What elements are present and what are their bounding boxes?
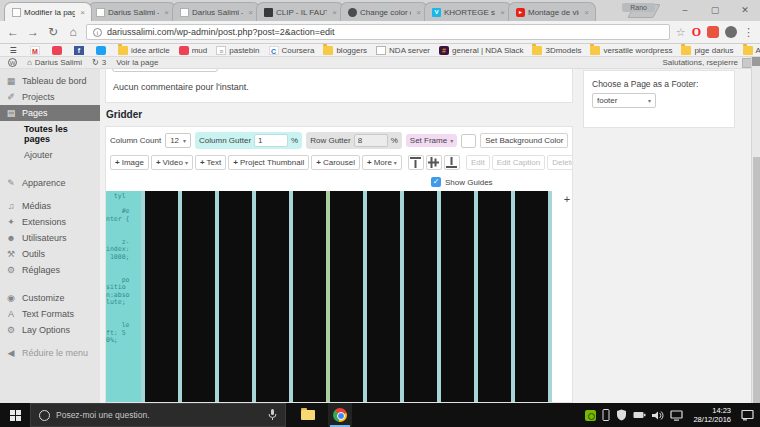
close-button[interactable]: ✕: [730, 0, 760, 20]
edit-action-button[interactable]: Delete: [547, 155, 573, 170]
bookmark-item[interactable]: [8, 46, 21, 55]
bookmark-item[interactable]: [30, 46, 43, 55]
grid-column-cell[interactable]: [441, 191, 474, 403]
bookmark-item[interactable]: [52, 46, 65, 55]
sidebar-item[interactable]: Utilisateurs: [0, 230, 100, 246]
sidebar-item[interactable]: Apparence: [0, 175, 100, 191]
add-element-button[interactable]: Text: [195, 155, 226, 170]
start-button[interactable]: [0, 403, 30, 427]
site-name-menu[interactable]: ⌂ Darius Salimi: [27, 58, 82, 67]
back-icon[interactable]: ←: [6, 25, 20, 39]
grid-column-cell[interactable]: [404, 191, 437, 403]
address-bar[interactable]: i dariussalimi.com/wp-admin/post.php?pos…: [86, 24, 670, 40]
cortana-search[interactable]: Posez-moi une question.: [30, 403, 286, 427]
bookmark-item[interactable]: 3Dmodels: [532, 45, 581, 55]
network-tray-icon[interactable]: [670, 410, 683, 421]
add-element-button[interactable]: Carousel: [311, 155, 360, 170]
grid-column-cell[interactable]: [293, 191, 326, 403]
grid-column-cell[interactable]: [367, 191, 400, 403]
tab-close-icon[interactable]: [498, 8, 507, 17]
bookmark-item[interactable]: bloggers: [323, 45, 367, 55]
browser-profile-chip[interactable]: Rano: [622, 3, 655, 12]
column-count-select[interactable]: 12: [165, 133, 191, 148]
page-scrollbar[interactable]: [751, 57, 760, 403]
volume-tray-icon[interactable]: [652, 410, 664, 421]
grid-column-cell[interactable]: [145, 191, 178, 403]
bookmark-item[interactable]: general | NDA Slack: [439, 46, 523, 55]
sidebar-item[interactable]: Text Formats: [0, 306, 100, 322]
scrollbar-thumb[interactable]: [753, 157, 760, 403]
grid-code-cell[interactable]: tyl #e nter { z- index: 1000; po sitio n…: [106, 191, 141, 403]
sidebar-item[interactable]: Pages: [0, 105, 100, 121]
set-background-color-button[interactable]: Set Background Color: [480, 133, 568, 148]
defender-tray-icon[interactable]: [616, 409, 627, 421]
phone-tray-icon[interactable]: [602, 409, 610, 421]
battery-tray-icon[interactable]: [633, 410, 646, 420]
add-element-button[interactable]: Video: [151, 155, 193, 170]
sidebar-item[interactable]: Réglages: [0, 262, 100, 278]
add-element-button[interactable]: More: [362, 155, 402, 170]
valign-top-button[interactable]: [408, 155, 424, 170]
set-frame-dropdown[interactable]: Set Frame: [406, 134, 457, 147]
browser-tab[interactable]: Darius Salimi — M: [172, 2, 260, 21]
row-gutter-input[interactable]: [354, 134, 388, 147]
sidebar-item[interactable]: Tableau de bord: [0, 73, 100, 89]
background-color-swatch[interactable]: [461, 134, 476, 148]
sidebar-item[interactable]: Médias: [0, 198, 100, 214]
tab-close-icon[interactable]: [246, 8, 255, 17]
bookmark-item[interactable]: [96, 46, 109, 55]
microphone-icon[interactable]: [268, 409, 277, 421]
sidebar-item[interactable]: Réduire le menu: [0, 345, 100, 361]
add-cell-button[interactable]: +: [559, 192, 573, 207]
extension-icon[interactable]: [707, 26, 719, 38]
grid-column-cell[interactable]: [256, 191, 289, 403]
grid-column-cell[interactable]: [478, 191, 511, 403]
browser-tab[interactable]: Change color of S: [340, 2, 428, 21]
sidebar-item[interactable]: Lay Options: [0, 322, 100, 338]
add-element-button[interactable]: Project Thumbnail: [228, 155, 309, 170]
sidebar-item[interactable]: Outils: [0, 246, 100, 262]
other-bookmarks[interactable]: Autres favoris: [743, 45, 760, 55]
bookmark-item[interactable]: NDA server: [376, 46, 430, 55]
grid-column-cell[interactable]: [219, 191, 252, 403]
grid-column-cell[interactable]: [182, 191, 215, 403]
taskbar-clock[interactable]: 14:23 28/12/2016: [689, 406, 735, 424]
extension-circle-icon[interactable]: [725, 26, 737, 38]
tab-close-icon[interactable]: [414, 8, 423, 17]
sidebar-item[interactable]: Customize: [0, 290, 100, 306]
grid-column-cell[interactable]: [330, 191, 363, 403]
scroll-up-arrow[interactable]: [752, 57, 760, 66]
action-center-icon[interactable]: [741, 409, 754, 421]
bookmark-item[interactable]: Coursera: [269, 46, 315, 55]
add-element-button[interactable]: Image: [110, 155, 149, 170]
nvidia-tray-icon[interactable]: [585, 410, 596, 421]
bookmark-item[interactable]: pige darius: [681, 45, 733, 55]
valign-bottom-button[interactable]: [444, 155, 460, 170]
valign-middle-button[interactable]: [426, 155, 442, 170]
bookmark-item[interactable]: pastebin: [216, 46, 259, 55]
sidebar-item[interactable]: Toutes les pages: [0, 121, 100, 147]
minimize-button[interactable]: –: [670, 0, 700, 20]
wp-logo-menu[interactable]: W: [8, 58, 17, 67]
bookmark-item[interactable]: versatile wordpress: [590, 45, 672, 55]
edit-action-button[interactable]: Edit: [466, 155, 490, 170]
maximize-button[interactable]: ▢: [700, 0, 730, 20]
reload-icon[interactable]: ↻: [46, 25, 60, 39]
edit-action-button[interactable]: Edit Caption: [492, 155, 546, 170]
tab-close-icon[interactable]: [330, 8, 339, 17]
view-page-link[interactable]: Voir la page: [116, 58, 158, 67]
file-explorer-button[interactable]: [296, 403, 320, 427]
home-icon[interactable]: ⌂: [66, 25, 80, 39]
grid-column-cell[interactable]: [515, 191, 548, 403]
tab-close-icon[interactable]: [582, 8, 591, 17]
browser-tab[interactable]: KHORTEGE sur Vi: [424, 2, 512, 21]
sidebar-item[interactable]: Ajouter: [0, 147, 100, 163]
opera-extension-icon[interactable]: O: [692, 25, 701, 40]
footer-page-select[interactable]: footer: [592, 93, 656, 108]
bookmark-star-icon[interactable]: ☆: [676, 26, 686, 39]
updates-menu[interactable]: ↻ 3: [92, 58, 106, 67]
browser-tab[interactable]: CLIP - IL FAUT VIV: [256, 2, 344, 21]
page-info-icon[interactable]: i: [93, 28, 102, 37]
tab-close-icon[interactable]: [162, 8, 171, 17]
sidebar-item[interactable]: Projects: [0, 89, 100, 105]
